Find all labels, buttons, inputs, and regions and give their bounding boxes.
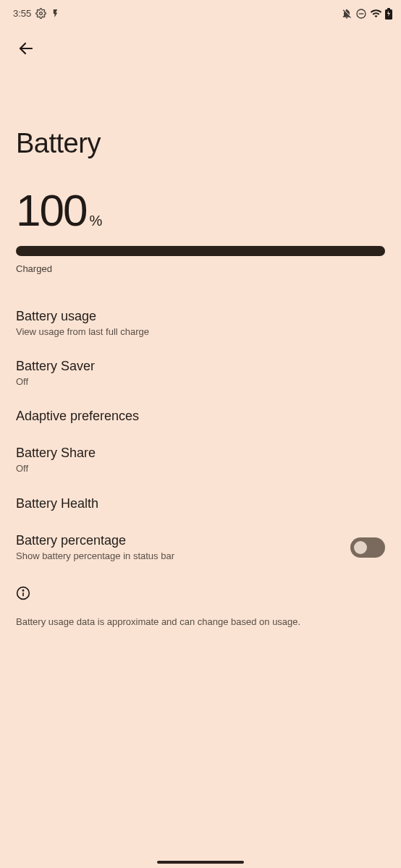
setting-title: Battery Health: [16, 496, 385, 511]
battery-percent-unit: %: [89, 213, 102, 229]
info-icon: [16, 590, 30, 603]
svg-point-0: [40, 12, 43, 15]
setting-battery-usage[interactable]: Battery usage View usage from last full …: [16, 299, 385, 349]
svg-point-8: [22, 590, 23, 590]
setting-battery-share[interactable]: Battery Share Off: [16, 435, 385, 485]
setting-subtitle: Show battery percentage in status bar: [16, 550, 350, 563]
setting-battery-health[interactable]: Battery Health: [16, 486, 385, 523]
setting-battery-saver[interactable]: Battery Saver Off: [16, 349, 385, 399]
battery-summary: 100 % Charged: [0, 188, 401, 274]
footer-info-text: Battery usage data is approximate and ca…: [0, 609, 401, 635]
setting-title: Battery Saver: [16, 359, 385, 374]
dnd-icon: [355, 8, 367, 20]
setting-battery-percentage[interactable]: Battery percentage Show battery percenta…: [16, 523, 385, 573]
battery-percent-value: 100: [16, 188, 86, 233]
page-title: Battery: [0, 63, 401, 188]
back-button[interactable]: [12, 34, 41, 63]
battery-percentage-toggle[interactable]: [350, 537, 385, 558]
setting-subtitle: Off: [16, 375, 385, 388]
battery-value: 100 %: [16, 188, 385, 233]
status-bar: 3:55: [0, 0, 401, 22]
status-time: 3:55: [13, 8, 31, 19]
svg-rect-4: [387, 8, 390, 10]
setting-subtitle: View usage from last full charge: [16, 326, 385, 339]
notification-off-icon: [341, 8, 353, 20]
info-icon-row: [0, 573, 401, 609]
battery-status: Charged: [16, 263, 385, 274]
navigation-handle[interactable]: [157, 861, 244, 864]
settings-dev-icon: [35, 8, 46, 19]
toggle-knob: [354, 541, 367, 554]
setting-title: Battery percentage: [16, 533, 350, 548]
setting-title: Battery Share: [16, 446, 385, 461]
bolt-icon: [51, 9, 60, 18]
status-left: 3:55: [13, 8, 60, 19]
wifi-icon: [370, 7, 382, 20]
setting-subtitle: Off: [16, 462, 385, 475]
setting-adaptive-preferences[interactable]: Adaptive preferences: [16, 399, 385, 435]
settings-list: Battery usage View usage from last full …: [0, 274, 401, 573]
app-bar: [0, 22, 401, 63]
status-right: [341, 7, 392, 20]
battery-icon: [385, 8, 392, 20]
setting-title: Adaptive preferences: [16, 409, 385, 424]
battery-progress-bar: [16, 246, 385, 256]
setting-title: Battery usage: [16, 309, 385, 324]
